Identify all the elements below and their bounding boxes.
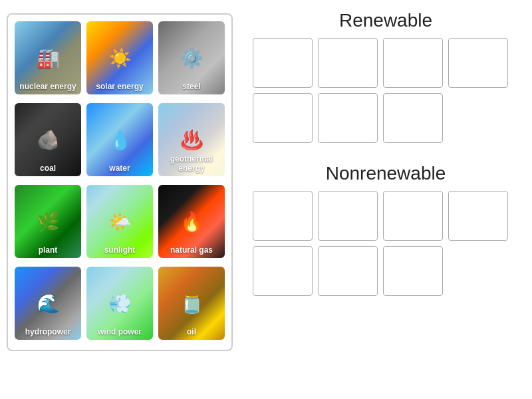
renewable-drop-grid [253, 38, 519, 143]
solar-energy-label: solar energy [86, 80, 153, 94]
nonrenewable-drop-cell[interactable] [383, 191, 443, 241]
nonrenewable-drop-cell[interactable] [448, 191, 508, 241]
renewable-drop-cell[interactable] [383, 38, 443, 88]
energy-card-coal[interactable]: 🪨coal [15, 103, 81, 176]
oil-label: oil [158, 325, 225, 340]
coal-label: coal [15, 162, 81, 176]
nonrenewable-row-1 [253, 191, 519, 241]
wind-power-label: wind power [86, 325, 153, 340]
nonrenewable-row-2 [253, 246, 519, 296]
energy-card-oil[interactable]: 🫙oil [158, 267, 225, 340]
nonrenewable-drop-cell[interactable] [318, 191, 378, 241]
energy-card-geothermal-energy[interactable]: ♨️geothermal energy [158, 103, 225, 176]
renewable-drop-cell[interactable] [448, 38, 508, 88]
energy-card-sunlight[interactable]: 🌤️sunlight [86, 185, 153, 258]
renewable-row-1 [253, 38, 519, 88]
nonrenewable-drop-cell[interactable] [253, 246, 313, 296]
renewable-drop-cell[interactable] [318, 93, 378, 143]
nonrenewable-section: Nonrenewable [253, 163, 519, 296]
geothermal-energy-label: geothermal energy [158, 152, 225, 176]
energy-card-wind-power[interactable]: 💨wind power [86, 267, 153, 340]
renewable-section: Renewable [253, 10, 519, 143]
energy-card-hydropower[interactable]: 🌊hydropower [15, 267, 81, 340]
renewable-drop-cell[interactable] [253, 38, 313, 88]
energy-card-natural-gas[interactable]: 🔥natural gas [158, 185, 225, 258]
sunlight-label: sunlight [86, 243, 153, 258]
nonrenewable-drop-grid [253, 191, 519, 296]
energy-card-water[interactable]: 💧water [86, 103, 153, 176]
right-panel: Renewable Nonrenewable [239, 0, 532, 399]
hydropower-label: hydropower [15, 325, 81, 340]
renewable-row-2 [253, 93, 519, 143]
natural-gas-label: natural gas [158, 243, 225, 258]
energy-card-nuclear-energy[interactable]: 🏭nuclear energy [15, 21, 81, 94]
nuclear-energy-label: nuclear energy [15, 80, 81, 94]
energy-card-plant[interactable]: 🌿plant [15, 185, 81, 258]
energy-card-steel[interactable]: ⚙️steel [158, 21, 225, 94]
renewable-drop-cell[interactable] [318, 38, 378, 88]
renewable-drop-cell[interactable] [383, 93, 443, 143]
steel-label: steel [158, 80, 225, 94]
nonrenewable-title: Nonrenewable [253, 163, 519, 184]
plant-label: plant [15, 243, 81, 258]
renewable-title: Renewable [253, 10, 519, 31]
left-panel: 🏭nuclear energy☀️solar energy⚙️steel🪨coa… [0, 0, 239, 399]
nonrenewable-drop-cell[interactable] [383, 246, 443, 296]
nonrenewable-drop-cell[interactable] [318, 246, 378, 296]
energy-card-solar-energy[interactable]: ☀️solar energy [86, 21, 153, 94]
water-label: water [86, 162, 153, 176]
renewable-drop-cell[interactable] [253, 93, 313, 143]
card-grid: 🏭nuclear energy☀️solar energy⚙️steel🪨coa… [7, 13, 233, 351]
nonrenewable-drop-cell[interactable] [253, 191, 313, 241]
